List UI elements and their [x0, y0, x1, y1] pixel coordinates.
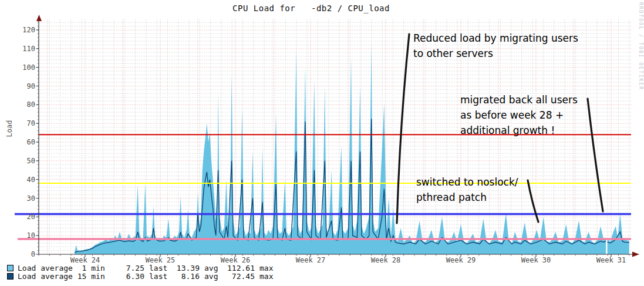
y-tick-label: 70	[12, 119, 35, 127]
y-tick-label: 80	[12, 100, 35, 109]
legend-last-value: 7.25	[112, 264, 144, 272]
legend-avg-value: 8.16	[167, 272, 200, 281]
x-tick-label: Week 30	[515, 256, 557, 264]
x-axis-arrow-icon	[632, 252, 639, 257]
y-tick-label: 90	[12, 82, 35, 90]
y-tick-label: 30	[12, 194, 35, 203]
x-tick-label: Week 24	[65, 256, 106, 264]
legend-last-unit: last	[149, 272, 167, 281]
legend-avg-unit: avg	[204, 264, 222, 272]
y-tick-label: 100	[12, 63, 35, 72]
x-tick-label: Week 27	[290, 256, 331, 264]
legend-last-value: 6.30	[112, 272, 144, 281]
legend-max-value: 112.61	[222, 264, 255, 272]
x-tick-label: Week 25	[140, 256, 181, 264]
legend: Load average 1 min 7.25 last 13.39 avg 1…	[7, 264, 277, 281]
legend-avg-value: 13.39	[167, 264, 200, 272]
legend-row-1min: Load average 1 min 7.25 last 13.39 avg 1…	[7, 264, 277, 272]
y-tick-label: 110	[12, 45, 35, 53]
y-axis-arrow-icon	[36, 15, 42, 21]
annotation-arrow-1	[397, 34, 409, 223]
y-tick-label: 10	[12, 231, 35, 240]
x-tick-label: Week 31	[591, 256, 632, 264]
y-tick-label: 50	[12, 157, 35, 165]
y-tick-label: 120	[12, 26, 35, 34]
legend-swatch-15min-icon	[7, 273, 14, 280]
y-tick-label: 60	[12, 138, 35, 146]
chart-title: CPU Load for -db2 / CPU_load	[200, 4, 423, 13]
x-tick-label: Week 28	[365, 256, 406, 264]
legend-label: Load average 1 min	[18, 264, 112, 272]
x-tick-label: Week 26	[215, 256, 256, 264]
annotation-text-3: switched to noslock/ pthread patch	[416, 174, 518, 205]
legend-label: Load average 15 min	[18, 272, 112, 281]
rrdtool-graph: CPU Load for -db2 / CPU_load RRDTOOL / T…	[0, 0, 644, 286]
annotation-text-1: Reduced load by migrating users to other…	[413, 31, 578, 61]
legend-max-unit: max	[259, 272, 277, 281]
legend-max-value: 72.45	[222, 272, 255, 281]
series-area-1min	[75, 44, 629, 254]
annotation-arrow-3	[528, 180, 538, 222]
x-tick-label: Week 29	[440, 256, 481, 264]
y-tick-label: 0	[12, 250, 35, 258]
legend-last-unit: last	[149, 264, 167, 272]
y-tick-label: 20	[12, 213, 35, 221]
y-tick-label: 40	[12, 176, 35, 184]
annotation-text-2: migrated back all users as before week 2…	[460, 92, 578, 138]
legend-max-unit: max	[259, 264, 277, 272]
rrdtool-watermark: RRDTOOL / TOBI OETIKER	[638, 2, 643, 90]
legend-avg-unit: avg	[204, 272, 222, 281]
legend-row-15min: Load average 15 min 6.30 last 8.16 avg 7…	[7, 272, 277, 280]
legend-swatch-1min-icon	[7, 265, 14, 271]
